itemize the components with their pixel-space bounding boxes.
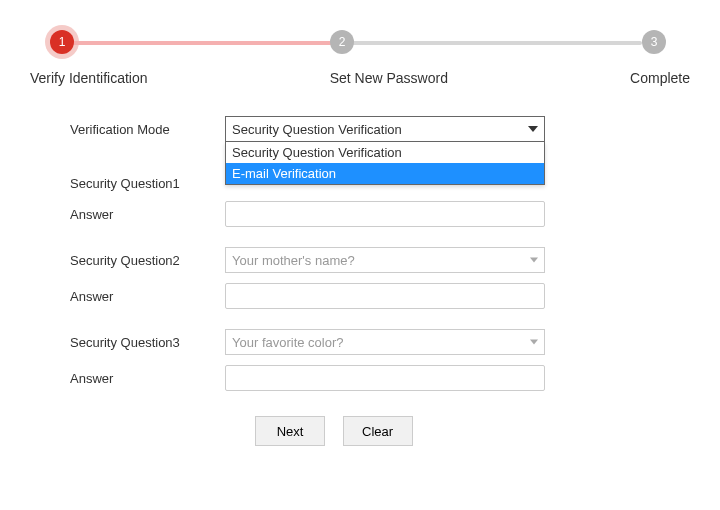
track-segment-2 [342, 41, 642, 45]
answer2-label: Answer [70, 289, 225, 304]
security-question2-select[interactable]: Your mother's name? [225, 247, 545, 273]
step-label-3: Complete [630, 70, 690, 86]
answer3-input[interactable] [225, 365, 545, 391]
button-row: Next Clear [255, 416, 680, 446]
answer2-input[interactable] [225, 283, 545, 309]
clear-button[interactable]: Clear [343, 416, 413, 446]
verification-mode-dropdown: Security Question Verification E-mail Ve… [225, 142, 545, 185]
security-question2-label: Security Question2 [70, 253, 225, 268]
step-labels: Verify Identification Set New Password C… [40, 70, 680, 86]
verification-mode-label: Verification Mode [70, 122, 225, 137]
track-segment-1 [62, 41, 342, 45]
step-label-2: Set New Password [330, 70, 448, 86]
form: Verification Mode Security Question Veri… [70, 116, 680, 446]
answer1-label: Answer [70, 207, 225, 222]
security-question1-label: Security Question1 [70, 176, 225, 191]
security-question3-select[interactable]: Your favorite color? [225, 329, 545, 355]
security-question3-label: Security Question3 [70, 335, 225, 350]
verification-mode-selected: Security Question Verification [232, 122, 402, 137]
answer1-input[interactable] [225, 201, 545, 227]
security-question3-placeholder: Your favorite color? [232, 335, 344, 350]
step-label-1: Verify Identification [30, 70, 148, 86]
progress-stepper: 1 2 3 [50, 30, 670, 56]
step-node-3: 3 [642, 30, 666, 54]
step-node-2: 2 [330, 30, 354, 54]
next-button[interactable]: Next [255, 416, 325, 446]
verification-mode-select[interactable]: Security Question Verification [225, 116, 545, 142]
security-question2-placeholder: Your mother's name? [232, 253, 355, 268]
answer3-label: Answer [70, 371, 225, 386]
chevron-down-icon [528, 126, 538, 132]
chevron-down-icon [530, 258, 538, 263]
step-node-1: 1 [50, 30, 74, 54]
chevron-down-icon [530, 340, 538, 345]
verification-mode-option-0[interactable]: Security Question Verification [226, 142, 544, 163]
verification-mode-option-1[interactable]: E-mail Verification [226, 163, 544, 184]
